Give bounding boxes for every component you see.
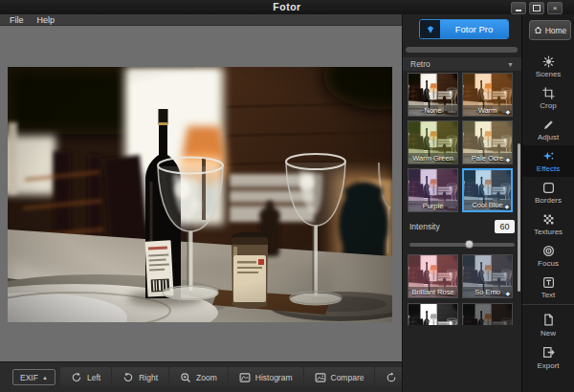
sidebar-item-crop[interactable]: Crop: [522, 82, 574, 114]
sidebar-item-adjust[interactable]: Adjust: [522, 114, 574, 145]
histogram-icon: [239, 372, 251, 383]
sidebar-item-label: New: [541, 329, 556, 338]
collapsed-category-bar[interactable]: [406, 47, 518, 53]
slider-track[interactable]: [409, 243, 515, 247]
effect-thumbnail[interactable]: [408, 303, 458, 325]
bottom-toolbar: EXIF ▲ LeftRightZoomHistogramCompareRese…: [0, 361, 402, 392]
pro-badge-icon: ◆: [505, 156, 510, 163]
effect-label: None: [408, 105, 457, 116]
effect-thumbnail-purple[interactable]: Purple: [408, 168, 458, 212]
pro-badge-icon: ◆: [505, 290, 510, 296]
sidebar-item-label: Effects: [537, 164, 560, 173]
sidebar-item-label: Adjust: [538, 133, 559, 142]
sidebar-item-focus[interactable]: Focus: [522, 240, 574, 272]
compare-icon: [315, 372, 326, 383]
fotor-pro-button[interactable]: Fotor Pro: [419, 19, 509, 39]
intensity-slider[interactable]: [409, 240, 515, 250]
exif-button[interactable]: EXIF ▲: [12, 369, 55, 385]
histogram-icon: [239, 372, 251, 383]
menu-item-help[interactable]: Help: [37, 15, 55, 25]
sidebar-item-effects[interactable]: Effects: [522, 145, 574, 177]
sidebar-item-new[interactable]: New: [522, 309, 574, 341]
text-icon: [542, 276, 555, 289]
zoom-button[interactable]: Zoom: [169, 367, 228, 387]
pro-badge-icon: ◆: [504, 203, 509, 209]
left-button[interactable]: Left: [60, 367, 111, 387]
scenes-icon: [542, 55, 555, 68]
effect-thumbnail-warm-green[interactable]: Warm Green: [408, 120, 458, 164]
exif-label: EXIF: [20, 373, 38, 382]
zoom-icon: [180, 372, 191, 383]
sidebar-item-label: Borders: [535, 196, 562, 205]
sidebar-item-scenes[interactable]: Scenes: [522, 51, 574, 82]
effects-grid-continued: Brilliant Rose: [408, 254, 513, 298]
effects-grid-clipped: [408, 303, 513, 325]
window-controls: ×: [511, 2, 563, 14]
panel-scrollbar[interactable]: [518, 143, 520, 292]
menu-item-file[interactable]: File: [10, 15, 24, 25]
slider-handle[interactable]: [465, 240, 474, 249]
toolbar-button-label: Zoom: [196, 373, 217, 382]
intensity-row: Intensity 60: [409, 218, 515, 234]
effect-tint-overlay: [463, 304, 512, 325]
chevron-up-icon: ▲: [42, 375, 48, 381]
intensity-label: Intensity: [409, 222, 440, 231]
zoom-icon: [180, 372, 191, 383]
text-icon: [542, 275, 555, 289]
maximize-button[interactable]: [529, 2, 544, 14]
textures-icon: [542, 213, 555, 226]
intensity-value[interactable]: 60: [495, 220, 515, 233]
sidebar-item-text[interactable]: Text: [522, 272, 574, 303]
effects-grid: None: [408, 73, 513, 212]
effect-label: Brilliant Rose: [408, 287, 457, 297]
effect-label: Warm Green: [408, 153, 457, 163]
textures-icon: [542, 212, 555, 226]
crop-icon: [542, 86, 555, 99]
effect-thumbnail-brilliant-rose[interactable]: Brilliant Rose: [408, 254, 458, 298]
minimize-icon: [516, 10, 521, 11]
sidebar-item-borders[interactable]: Borders: [522, 177, 574, 208]
sidebar-item-label: Export: [537, 361, 559, 370]
minimize-button[interactable]: [511, 2, 526, 14]
effect-tint-overlay: [408, 304, 457, 325]
borders-icon: [542, 182, 555, 194]
home-button[interactable]: Home: [529, 20, 571, 40]
borders-icon: [542, 181, 555, 194]
effect-thumbnail[interactable]: [462, 303, 513, 325]
close-button[interactable]: ×: [547, 2, 563, 14]
effect-label: Purple: [408, 201, 457, 211]
rotate-left-icon: [71, 372, 82, 383]
sidebar-footer: NewExport: [522, 304, 574, 374]
category-label: Retro: [410, 59, 430, 69]
effect-thumbnail-so-emo[interactable]: So Emo◆: [462, 254, 513, 298]
effect-thumbnail-none[interactable]: None: [408, 73, 458, 117]
adjust-icon: [542, 118, 555, 131]
effect-thumbnail-pale-ocre[interactable]: Pale Ocre◆: [462, 120, 513, 164]
focus-icon: [542, 244, 555, 257]
toolbar-button-label: Histogram: [255, 373, 293, 382]
toolbar-button-label: Compare: [331, 373, 364, 382]
sidebar-item-label: Scenes: [536, 70, 562, 78]
effect-thumbnail-cool-blue[interactable]: Cool Blue◆: [462, 168, 513, 212]
toolbar-button-label: Right: [139, 373, 158, 382]
photo-preview[interactable]: [8, 67, 392, 322]
fotor-pro-label: Fotor Pro: [440, 20, 508, 38]
pro-badge-icon: ◆: [505, 108, 510, 115]
export-icon: [542, 346, 555, 359]
sidebar-item-textures[interactable]: Textures: [522, 208, 574, 240]
histogram-button[interactable]: Histogram: [229, 367, 303, 387]
toolbar-button-label: Left: [87, 373, 100, 382]
effect-thumbnail-warm[interactable]: Warm◆: [462, 73, 513, 117]
compare-button[interactable]: Compare: [304, 367, 375, 387]
title-bar: Fotor ×: [0, 0, 574, 15]
tools-sidebar: Home ScenesCropAdjustEffectsBordersTextu…: [521, 14, 574, 392]
home-icon: [534, 26, 542, 34]
right-button[interactable]: Right: [112, 367, 168, 387]
category-header-retro[interactable]: Retro ▼: [403, 57, 521, 71]
sidebar-item-label: Textures: [534, 228, 563, 236]
sidebar-item-export[interactable]: Export: [522, 341, 574, 374]
reset-icon: [386, 372, 397, 383]
rotate-right-icon: [122, 372, 134, 383]
new-icon: [542, 314, 555, 326]
effects-icon: [542, 149, 555, 163]
